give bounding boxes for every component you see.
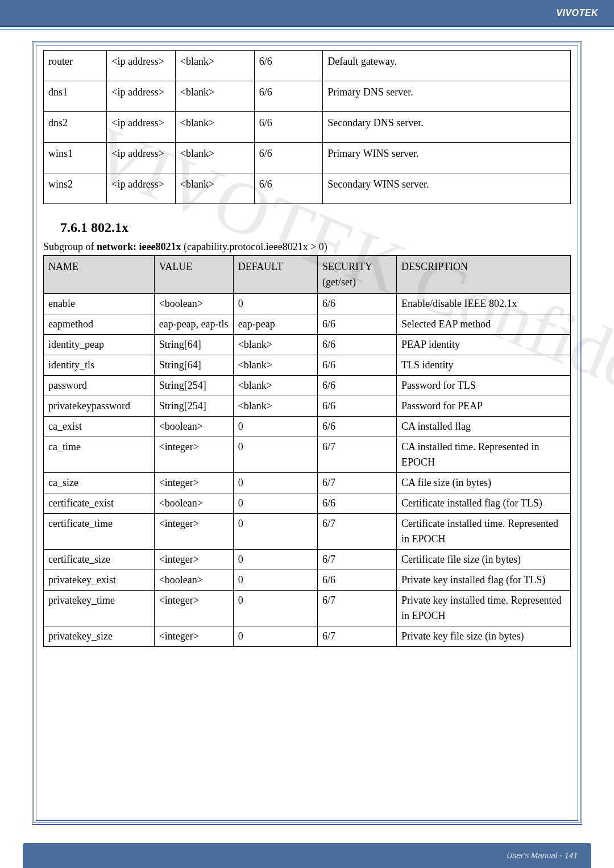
cell: <blank> xyxy=(175,112,254,143)
cell: 6/7 xyxy=(318,550,397,570)
cell: 6/6 xyxy=(318,376,397,396)
cell: <blank> xyxy=(233,335,317,355)
cell: certificate_exist xyxy=(44,493,155,514)
cell: Default gateway. xyxy=(323,51,571,81)
cell: CA installed time. Represented in EPOCH xyxy=(397,437,571,473)
content-area: router<ip address><blank>6/6Default gate… xyxy=(43,50,571,647)
cell: 6/6 xyxy=(318,294,397,314)
cell: Secondary WINS server. xyxy=(323,173,571,204)
cell: Enable/disable IEEE 802.1x xyxy=(397,294,571,314)
cell: PEAP identity xyxy=(397,335,571,355)
cell: <blank> xyxy=(175,173,254,204)
cell: Primary DNS server. xyxy=(323,81,571,112)
cell: 0 xyxy=(233,626,317,647)
table-row: wins2<ip address><blank>6/6Secondary WIN… xyxy=(44,173,571,204)
col-value: VALUE xyxy=(154,256,233,294)
cell: 6/7 xyxy=(318,437,397,473)
cell: <integer> xyxy=(154,626,233,647)
cell: Private key installed flag (for TLS) xyxy=(397,570,571,591)
cell: 0 xyxy=(233,570,317,591)
cell: privatekey_size xyxy=(44,626,155,647)
cell: 6/6 xyxy=(254,173,323,204)
cell: <blank> xyxy=(175,143,254,173)
col-default: DEFAULT xyxy=(233,256,317,294)
cell: 0 xyxy=(233,493,317,514)
cell: dns1 xyxy=(44,81,107,112)
cell: eap-peap xyxy=(233,314,317,335)
cell: 6/7 xyxy=(318,514,397,550)
cell: 6/6 xyxy=(318,314,397,335)
cell: <integer> xyxy=(154,591,233,626)
cell: <boolean> xyxy=(154,493,233,514)
cell: CA installed flag xyxy=(397,417,571,437)
cell: password xyxy=(44,376,155,396)
cell: 6/6 xyxy=(254,81,323,112)
cell: String[64] xyxy=(154,335,233,355)
cell: eapmethod xyxy=(44,314,155,335)
cell: 6/7 xyxy=(318,626,397,647)
cell: 0 xyxy=(233,550,317,570)
cell: 0 xyxy=(233,473,317,493)
cell: Password for PEAP xyxy=(397,396,571,417)
ieee8021x-table: NAME VALUE DEFAULT SECURITY (get/set) DE… xyxy=(43,255,571,647)
cell: <integer> xyxy=(154,437,233,473)
table-row: certificate_size<integer>06/7Certificate… xyxy=(44,550,571,570)
cell: <ip address> xyxy=(107,51,176,81)
cell: Certificate installed flag (for TLS) xyxy=(397,493,571,514)
table-row: dns1<ip address><blank>6/6Primary DNS se… xyxy=(44,81,571,112)
table-header-row: NAME VALUE DEFAULT SECURITY (get/set) DE… xyxy=(44,256,571,294)
cell: <integer> xyxy=(154,514,233,550)
cell: <boolean> xyxy=(154,294,233,314)
cell: privatekeypassword xyxy=(44,396,155,417)
table-row: wins1<ip address><blank>6/6Primary WINS … xyxy=(44,143,571,173)
col-security: SECURITY (get/set) xyxy=(318,256,397,294)
cell: privatekey_time xyxy=(44,591,155,626)
cell: Private key installed time. Represented … xyxy=(397,591,571,626)
cell: enable xyxy=(44,294,155,314)
subgroup-prefix: Subgroup of xyxy=(43,241,97,252)
cell: wins2 xyxy=(44,173,107,204)
cell: 6/6 xyxy=(318,396,397,417)
table-row: privatekey_time<integer>06/7Private key … xyxy=(44,591,571,626)
table-row: certificate_time<integer>06/7Certificate… xyxy=(44,514,571,550)
col-name: NAME xyxy=(44,256,155,294)
table-row: identity_tlsString[64]<blank>6/6TLS iden… xyxy=(44,355,571,376)
cell: Certificate file size (in bytes) xyxy=(397,550,571,570)
cell: <ip address> xyxy=(107,81,176,112)
cell: Certificate installed time. Represented … xyxy=(397,514,571,550)
page-frame: router<ip address><blank>6/6Default gate… xyxy=(32,41,582,825)
cell: String[64] xyxy=(154,355,233,376)
cell: 6/6 xyxy=(318,335,397,355)
cell: ca_size xyxy=(44,473,155,493)
cell: <blank> xyxy=(175,51,254,81)
cell: <ip address> xyxy=(107,112,176,143)
subgroup-caption: Subgroup of network: ieee8021x (capabili… xyxy=(43,241,571,253)
cell: 0 xyxy=(233,294,317,314)
subgroup-suffix: (capability.protocol.ieee8021x > 0) xyxy=(181,241,327,252)
cell: ca_time xyxy=(44,437,155,473)
table-row: certificate_exist<boolean>06/6Certificat… xyxy=(44,493,571,514)
cell: dns2 xyxy=(44,112,107,143)
table-row: eapmethodeap-peap, eap-tlseap-peap6/6Sel… xyxy=(44,314,571,335)
table-row: dns2<ip address><blank>6/6Secondary DNS … xyxy=(44,112,571,143)
cell: <boolean> xyxy=(154,570,233,591)
cell: 6/6 xyxy=(254,143,323,173)
cell: Selected EAP method xyxy=(397,314,571,335)
cell: router xyxy=(44,51,107,81)
cell: 6/6 xyxy=(254,51,323,81)
cell: 0 xyxy=(233,437,317,473)
cell: TLS identity xyxy=(397,355,571,376)
cell: 6/7 xyxy=(318,591,397,626)
cell: <blank> xyxy=(233,376,317,396)
cell: certificate_size xyxy=(44,550,155,570)
brand-label: VIVOTEK xyxy=(556,8,598,18)
cell: 6/6 xyxy=(318,417,397,437)
cell: String[254] xyxy=(154,376,233,396)
cell: <boolean> xyxy=(154,417,233,437)
cell: <ip address> xyxy=(107,143,176,173)
table-row: identity_peapString[64]<blank>6/6PEAP id… xyxy=(44,335,571,355)
cell: certificate_time xyxy=(44,514,155,550)
table-row: ca_exist<boolean>06/6CA installed flag xyxy=(44,417,571,437)
cell: Primary WINS server. xyxy=(323,143,571,173)
network-params-table: router<ip address><blank>6/6Default gate… xyxy=(43,50,571,204)
